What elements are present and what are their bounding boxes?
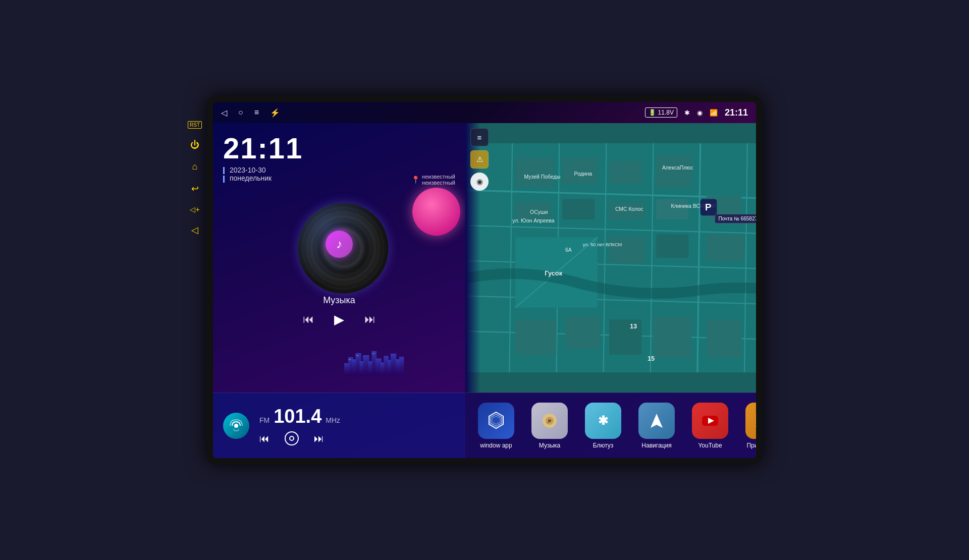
postal-badge: Почта № 665827	[715, 214, 756, 223]
music-player: ♪ Музыка ⏮ ▶ ⏭	[213, 188, 465, 393]
date-separator	[223, 167, 225, 174]
main-content: 21:11 2023-10-30 понедельник 📍 неизвестн…	[213, 123, 756, 458]
music-center-icon: ♪	[326, 231, 353, 258]
apps-app-icon-img	[745, 403, 756, 439]
svg-text:Музей Победы: Музей Победы	[524, 174, 560, 180]
radio-prev-button[interactable]: ⏮	[259, 433, 270, 444]
battery-voltage: 11.8V	[658, 109, 674, 116]
map-menu-button[interactable]: ≡	[470, 128, 489, 146]
svg-text:ОСуши: ОСуши	[530, 209, 548, 215]
svg-text:P: P	[705, 202, 711, 212]
prev-track-button[interactable]: ⏮	[303, 313, 314, 326]
svg-rect-8	[375, 358, 381, 375]
music-app-icon-svg: ♪	[540, 411, 560, 431]
radio-unit: MHz	[326, 416, 340, 424]
bluetooth-app-icon-img: ✱	[585, 403, 621, 439]
play-button[interactable]: ▶	[334, 312, 344, 327]
music-app-icon-img: ♪	[531, 403, 568, 439]
svg-text:6А: 6А	[565, 247, 572, 253]
app-icon-navigation[interactable]: Навигация	[634, 403, 679, 449]
svg-marker-76	[651, 414, 663, 428]
map-top-left-controls: ≡ ⚠ ◉	[470, 128, 489, 191]
apps-app-label: Приложен...	[746, 442, 756, 449]
screen: ◁ ○ ≡ ⚡ 🔋 11.8V ✱ ◉ 📶 21:11	[213, 102, 756, 458]
back-button[interactable]: ↩	[191, 183, 199, 194]
bluetooth-app-icon-svg: ✱	[593, 411, 613, 431]
app-icon-bluetooth[interactable]: ✱ Блютуз	[580, 403, 626, 449]
bluetooth-app-label: Блютуз	[593, 442, 614, 449]
svg-rect-46	[609, 237, 644, 263]
svg-text:13: 13	[630, 322, 637, 330]
app-icon-window-app[interactable]: window app	[473, 403, 519, 449]
app-icon-apps[interactable]: Приложен...	[741, 403, 756, 449]
music-app-label: Музыка	[539, 442, 560, 449]
pin-icon: 📍	[411, 176, 420, 184]
clock-time: 21:11	[223, 131, 455, 165]
svg-text:ул. Юон Апреева: ул. Юон Апреева	[512, 218, 555, 223]
battery-indicator: 🔋 11.8V	[645, 107, 677, 118]
volume-up-button[interactable]: ◁+	[190, 205, 199, 213]
radio-band: FM	[259, 416, 270, 424]
power-button[interactable]: ⏻	[190, 140, 199, 150]
device-frame: RST ⏻ ⌂ ↩ ◁+ ◁ ◁ ○ ≡ ⚡ 🔋 11.8V ✱ ◉ 📶	[207, 96, 762, 464]
svg-text:Родина: Родина	[574, 171, 592, 177]
apps-app-icon-svg	[753, 411, 756, 431]
city-skyline	[344, 337, 425, 377]
deco-orb	[412, 188, 460, 236]
svg-rect-11	[388, 360, 391, 375]
svg-rect-5	[363, 355, 369, 375]
home-button[interactable]: ⌂	[192, 161, 198, 172]
radio-icon	[228, 418, 244, 434]
svg-text:15: 15	[648, 355, 655, 362]
left-panel: 21:11 2023-10-30 понедельник 📍 неизвестн…	[213, 123, 465, 458]
volume-down-button[interactable]: ◁	[191, 225, 198, 236]
radio-info: FM 101.4 MHz ⏮ ⏭	[259, 406, 455, 445]
nav-back-icon[interactable]: ◁	[221, 108, 227, 118]
app-icon-music[interactable]: ♪ Музыка	[527, 403, 572, 449]
map-warning-button[interactable]: ⚠	[470, 150, 489, 169]
svg-text:ул. 50 лет-ВЛКСМ: ул. 50 лет-ВЛКСМ	[583, 242, 622, 247]
navigation-app-label: Навигация	[641, 442, 671, 449]
svg-text:СМС Колос: СМС Колос	[615, 206, 643, 212]
day-separator	[223, 176, 225, 183]
svg-rect-38	[656, 155, 691, 187]
svg-marker-70	[492, 416, 500, 424]
app-dock: window app ♪ Музыка	[465, 393, 756, 458]
side-buttons: RST ⏻ ⌂ ↩ ◁+ ◁	[188, 121, 202, 236]
location-icon: ◉	[697, 109, 703, 117]
radio-record-button[interactable]	[285, 431, 299, 445]
radio-panel: FM 101.4 MHz ⏮ ⏭	[213, 393, 465, 458]
map-svg: ул. Юон Апреева ул. 50 лет-ВЛКСМ Музей П…	[465, 123, 756, 393]
radio-freq-line: FM 101.4 MHz	[259, 406, 455, 427]
svg-rect-50	[565, 316, 601, 349]
record-inner	[289, 436, 294, 441]
window-app-icon-svg	[486, 410, 507, 431]
clock-date: 2023-10-30	[223, 166, 455, 174]
svg-rect-52	[654, 316, 692, 358]
map-location-button[interactable]: ◉	[470, 173, 489, 191]
nav-home-icon[interactable]: ○	[238, 108, 243, 117]
radio-controls: ⏮ ⏭	[259, 431, 455, 445]
svg-rect-17	[356, 355, 357, 356]
rst-button[interactable]: RST	[188, 121, 202, 129]
map-container: ул. Юон Апреева ул. 50 лет-ВЛКСМ Музей П…	[465, 123, 756, 393]
svg-rect-37	[609, 161, 641, 185]
status-bar: ◁ ○ ≡ ⚡ 🔋 11.8V ✱ ◉ 📶 21:11	[213, 102, 756, 123]
svg-rect-48	[706, 234, 744, 260]
bluetooth-icon: ✱	[684, 109, 690, 117]
nav-menu-icon[interactable]: ≡	[254, 108, 259, 117]
vinyl-container: ♪	[293, 198, 386, 291]
svg-rect-20	[373, 353, 374, 354]
svg-text:✱: ✱	[598, 414, 608, 427]
svg-rect-15	[349, 359, 350, 360]
radio-next-button[interactable]: ⏭	[314, 433, 324, 444]
window-app-label: window app	[480, 442, 512, 449]
svg-text:Гусок: Гусок	[545, 269, 562, 277]
window-app-icon-img	[478, 403, 514, 439]
youtube-app-icon-img	[692, 403, 728, 439]
next-track-button[interactable]: ⏭	[364, 313, 375, 326]
app-icon-youtube[interactable]: YouTube	[687, 403, 733, 449]
svg-rect-18	[357, 355, 358, 356]
svg-text:АлексаПлюс: АлексаПлюс	[662, 165, 693, 171]
usb-icon: ⚡	[270, 108, 280, 118]
